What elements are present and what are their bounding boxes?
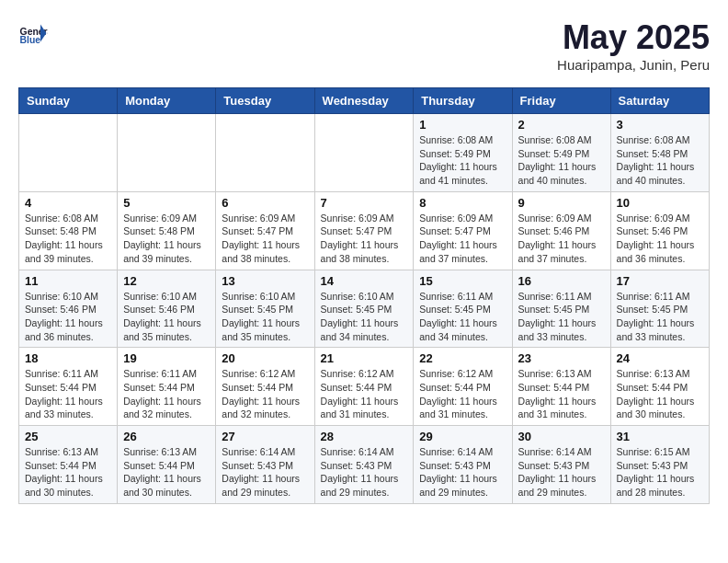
day-info: Sunrise: 6:10 AM Sunset: 5:46 PM Dayligh… [123, 290, 210, 344]
day-info: Sunrise: 6:11 AM Sunset: 5:44 PM Dayligh… [25, 367, 111, 421]
day-info: Sunrise: 6:14 AM Sunset: 5:43 PM Dayligh… [321, 445, 408, 500]
logo-icon: General Blue [18, 18, 48, 48]
calendar-cell: 7Sunrise: 6:09 AM Sunset: 5:47 PM Daylig… [314, 191, 414, 270]
day-number: 7 [321, 196, 408, 210]
day-number: 22 [419, 351, 506, 365]
day-info: Sunrise: 6:12 AM Sunset: 5:44 PM Dayligh… [222, 367, 308, 421]
calendar-body: 1Sunrise: 6:08 AM Sunset: 5:49 PM Daylig… [19, 114, 710, 504]
day-number: 26 [123, 430, 210, 443]
day-info: Sunrise: 6:11 AM Sunset: 5:45 PM Dayligh… [419, 290, 506, 344]
day-number: 16 [518, 274, 605, 288]
day-info: Sunrise: 6:08 AM Sunset: 5:48 PM Dayligh… [25, 212, 111, 266]
day-info: Sunrise: 6:09 AM Sunset: 5:46 PM Dayligh… [518, 212, 605, 266]
calendar-cell: 26Sunrise: 6:13 AM Sunset: 5:44 PM Dayli… [118, 426, 216, 504]
day-number: 6 [222, 196, 308, 210]
day-number: 14 [321, 274, 408, 288]
calendar-cell: 23Sunrise: 6:13 AM Sunset: 5:44 PM Dayli… [512, 348, 610, 426]
day-info: Sunrise: 6:12 AM Sunset: 5:44 PM Dayligh… [321, 367, 408, 421]
calendar-cell: 27Sunrise: 6:14 AM Sunset: 5:43 PM Dayli… [216, 426, 314, 504]
day-info: Sunrise: 6:13 AM Sunset: 5:44 PM Dayligh… [123, 445, 210, 500]
logo: General Blue [18, 18, 48, 48]
calendar-cell: 5Sunrise: 6:09 AM Sunset: 5:48 PM Daylig… [118, 191, 216, 270]
day-info: Sunrise: 6:11 AM Sunset: 5:44 PM Dayligh… [123, 367, 210, 421]
day-number: 31 [617, 430, 703, 443]
day-number: 2 [518, 118, 605, 132]
calendar-cell: 29Sunrise: 6:14 AM Sunset: 5:43 PM Dayli… [414, 426, 512, 504]
day-info: Sunrise: 6:08 AM Sunset: 5:49 PM Dayligh… [518, 133, 605, 188]
day-number: 27 [222, 430, 308, 443]
calendar-cell: 10Sunrise: 6:09 AM Sunset: 5:46 PM Dayli… [610, 191, 709, 270]
day-number: 30 [518, 430, 605, 443]
day-info: Sunrise: 6:13 AM Sunset: 5:44 PM Dayligh… [518, 367, 605, 421]
calendar-cell: 18Sunrise: 6:11 AM Sunset: 5:44 PM Dayli… [19, 348, 118, 426]
day-info: Sunrise: 6:10 AM Sunset: 5:45 PM Dayligh… [222, 290, 308, 344]
calendar-cell: 20Sunrise: 6:12 AM Sunset: 5:44 PM Dayli… [216, 348, 314, 426]
weekday-friday: Friday [512, 88, 610, 114]
calendar-cell: 9Sunrise: 6:09 AM Sunset: 5:46 PM Daylig… [512, 191, 610, 270]
day-number: 17 [617, 274, 703, 288]
calendar-cell: 15Sunrise: 6:11 AM Sunset: 5:45 PM Dayli… [414, 270, 512, 348]
calendar-cell: 19Sunrise: 6:11 AM Sunset: 5:44 PM Dayli… [118, 348, 216, 426]
calendar-cell: 3Sunrise: 6:08 AM Sunset: 5:48 PM Daylig… [610, 114, 709, 192]
week-row-3: 11Sunrise: 6:10 AM Sunset: 5:46 PM Dayli… [19, 270, 710, 348]
month-title: May 2025 [557, 18, 710, 57]
weekday-sunday: Sunday [19, 88, 118, 114]
calendar-cell [19, 114, 118, 192]
day-info: Sunrise: 6:11 AM Sunset: 5:45 PM Dayligh… [518, 290, 605, 344]
week-row-2: 4Sunrise: 6:08 AM Sunset: 5:48 PM Daylig… [19, 191, 710, 270]
calendar-cell: 12Sunrise: 6:10 AM Sunset: 5:46 PM Dayli… [118, 270, 216, 348]
calendar-table: SundayMondayTuesdayWednesdayThursdayFrid… [18, 87, 710, 504]
day-number: 15 [419, 274, 506, 288]
calendar-cell [118, 114, 216, 192]
calendar-cell: 28Sunrise: 6:14 AM Sunset: 5:43 PM Dayli… [314, 426, 414, 504]
day-number: 12 [123, 274, 210, 288]
weekday-saturday: Saturday [610, 88, 709, 114]
day-info: Sunrise: 6:15 AM Sunset: 5:43 PM Dayligh… [617, 445, 703, 500]
weekday-wednesday: Wednesday [314, 88, 414, 114]
day-number: 18 [25, 351, 111, 365]
page-header: General Blue May 2025 Huaripampa, Junin,… [18, 18, 710, 73]
day-number: 1 [419, 118, 506, 132]
day-number: 4 [25, 196, 111, 210]
svg-text:Blue: Blue [20, 35, 41, 45]
day-info: Sunrise: 6:13 AM Sunset: 5:44 PM Dayligh… [25, 445, 111, 500]
week-row-1: 1Sunrise: 6:08 AM Sunset: 5:49 PM Daylig… [19, 114, 710, 192]
day-info: Sunrise: 6:09 AM Sunset: 5:47 PM Dayligh… [419, 212, 506, 266]
calendar-cell: 2Sunrise: 6:08 AM Sunset: 5:49 PM Daylig… [512, 114, 610, 192]
calendar-cell: 14Sunrise: 6:10 AM Sunset: 5:45 PM Dayli… [314, 270, 414, 348]
calendar-cell: 6Sunrise: 6:09 AM Sunset: 5:47 PM Daylig… [216, 191, 314, 270]
day-info: Sunrise: 6:09 AM Sunset: 5:46 PM Dayligh… [617, 212, 703, 266]
day-number: 29 [419, 430, 506, 443]
calendar-cell: 24Sunrise: 6:13 AM Sunset: 5:44 PM Dayli… [610, 348, 709, 426]
day-info: Sunrise: 6:09 AM Sunset: 5:48 PM Dayligh… [123, 212, 210, 266]
day-info: Sunrise: 6:14 AM Sunset: 5:43 PM Dayligh… [222, 445, 308, 500]
week-row-4: 18Sunrise: 6:11 AM Sunset: 5:44 PM Dayli… [19, 348, 710, 426]
calendar-cell [314, 114, 414, 192]
day-info: Sunrise: 6:09 AM Sunset: 5:47 PM Dayligh… [321, 212, 408, 266]
day-number: 10 [617, 196, 703, 210]
day-info: Sunrise: 6:09 AM Sunset: 5:47 PM Dayligh… [222, 212, 308, 266]
day-number: 9 [518, 196, 605, 210]
day-info: Sunrise: 6:10 AM Sunset: 5:46 PM Dayligh… [25, 290, 111, 344]
calendar-cell: 30Sunrise: 6:14 AM Sunset: 5:43 PM Dayli… [512, 426, 610, 504]
day-info: Sunrise: 6:13 AM Sunset: 5:44 PM Dayligh… [617, 367, 703, 421]
title-block: May 2025 Huaripampa, Junin, Peru [557, 18, 710, 73]
calendar-cell: 22Sunrise: 6:12 AM Sunset: 5:44 PM Dayli… [414, 348, 512, 426]
calendar-cell: 1Sunrise: 6:08 AM Sunset: 5:49 PM Daylig… [414, 114, 512, 192]
day-info: Sunrise: 6:08 AM Sunset: 5:48 PM Dayligh… [617, 133, 703, 188]
calendar-cell: 17Sunrise: 6:11 AM Sunset: 5:45 PM Dayli… [610, 270, 709, 348]
weekday-header-row: SundayMondayTuesdayWednesdayThursdayFrid… [19, 88, 710, 114]
day-info: Sunrise: 6:10 AM Sunset: 5:45 PM Dayligh… [321, 290, 408, 344]
day-number: 19 [123, 351, 210, 365]
day-info: Sunrise: 6:14 AM Sunset: 5:43 PM Dayligh… [419, 445, 506, 500]
day-number: 5 [123, 196, 210, 210]
weekday-thursday: Thursday [414, 88, 512, 114]
calendar-cell: 13Sunrise: 6:10 AM Sunset: 5:45 PM Dayli… [216, 270, 314, 348]
day-number: 28 [321, 430, 408, 443]
weekday-tuesday: Tuesday [216, 88, 314, 114]
weekday-monday: Monday [118, 88, 216, 114]
day-number: 11 [25, 274, 111, 288]
day-number: 20 [222, 351, 308, 365]
calendar-cell: 25Sunrise: 6:13 AM Sunset: 5:44 PM Dayli… [19, 426, 118, 504]
day-number: 8 [419, 196, 506, 210]
